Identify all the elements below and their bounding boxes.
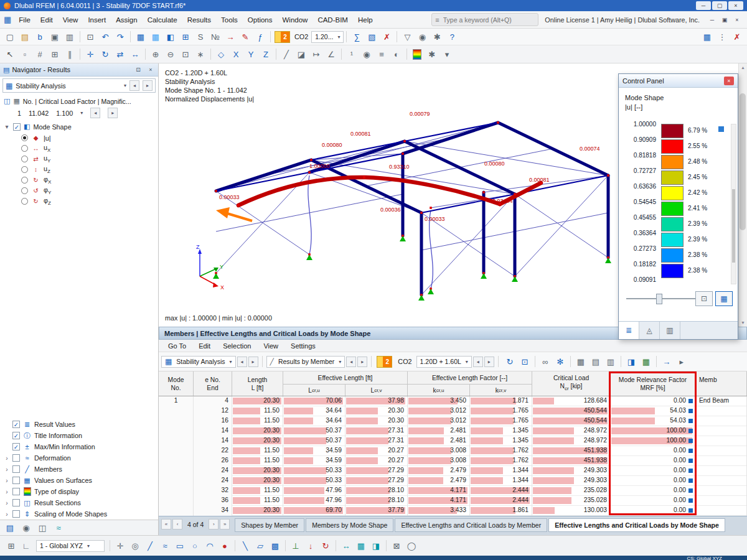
close-navigator-icon[interactable]: × bbox=[146, 65, 155, 74]
navigator-option-result-values[interactable]: ✓≣Result Values bbox=[0, 419, 158, 430]
edit-icon[interactable]: ✎ bbox=[238, 30, 252, 44]
radio-button[interactable] bbox=[21, 187, 28, 194]
header-mode-no[interactable]: ModeNo. bbox=[159, 371, 194, 396]
menu-cad-bim[interactable]: CAD-BIM bbox=[312, 14, 353, 26]
close-button[interactable]: × bbox=[728, 1, 743, 10]
redo-icon[interactable]: ↷ bbox=[113, 30, 127, 44]
open-model-icon[interactable]: ▤ bbox=[18, 30, 32, 44]
previous-result-button[interactable]: ◂ bbox=[346, 357, 356, 367]
radio-button[interactable] bbox=[21, 134, 28, 141]
previous-mode-button[interactable]: ◂ bbox=[90, 108, 100, 118]
mode-shape-tree-header[interactable]: ▾ ✓ ◧ Mode Shape bbox=[0, 121, 158, 133]
first-table-button[interactable]: « bbox=[161, 519, 171, 530]
panel-tab-display[interactable]: ▥ bbox=[660, 322, 680, 339]
close-panel-button[interactable]: × bbox=[724, 77, 734, 85]
display-settings-icon[interactable]: ✱ bbox=[425, 47, 439, 61]
table-tab-effective-lengths-and-critical-loads-by-member[interactable]: Effective Lengths and Critical Loads by … bbox=[395, 518, 547, 532]
expander-icon[interactable]: › bbox=[4, 511, 10, 518]
result-tables-icon[interactable]: ▦ bbox=[149, 30, 162, 44]
navigator-option-scaling-of-mode-shapes[interactable]: ›⇕Scaling of Mode Shapes bbox=[0, 508, 158, 520]
sync-window-icon[interactable]: ⊡ bbox=[518, 355, 532, 368]
export-excel-icon[interactable]: ▦ bbox=[639, 355, 653, 368]
layers-icon[interactable]: ≡ bbox=[375, 47, 388, 61]
functions-icon[interactable]: ƒ bbox=[253, 30, 267, 44]
line-tool-icon[interactable]: ╱ bbox=[143, 539, 157, 553]
checkbox[interactable]: ✓ bbox=[12, 443, 20, 450]
table-row[interactable]: 3211.5047.9628.104.1712.444235.0280.00 bbox=[159, 486, 747, 496]
rotate-icon[interactable]: ↻ bbox=[98, 47, 112, 61]
table-row[interactable]: 3420.3069.7037.793.4331.861130.0030.00 bbox=[159, 506, 747, 516]
mode-result-values-row[interactable]: 1 11.042 1.100 ▾ ◂ ▸ bbox=[0, 106, 158, 121]
menu-assign[interactable]: Assign bbox=[111, 14, 143, 26]
dock-panel-icon[interactable]: ◨ bbox=[624, 355, 638, 368]
undo-icon[interactable]: ↶ bbox=[98, 30, 112, 44]
dimension-icon[interactable]: ↦ bbox=[309, 47, 323, 61]
angle-icon[interactable]: ∠ bbox=[324, 47, 338, 61]
node-tool-icon[interactable]: ● bbox=[218, 539, 232, 553]
navigator-option-members[interactable]: ›╱Members bbox=[0, 464, 158, 475]
member-tool-icon[interactable]: ╲ bbox=[238, 539, 252, 553]
table-row[interactable]: 2611.5034.5920.273.0081.762451.9380.00 bbox=[159, 456, 747, 466]
previous-analysis-button[interactable]: ◂ bbox=[237, 357, 247, 367]
calculate-icon[interactable]: ∑ bbox=[350, 30, 364, 44]
app-menu-grid-icon[interactable]: ▦ bbox=[4, 15, 11, 24]
panels-icon[interactable]: ▦ bbox=[700, 30, 714, 44]
account-license-text[interactable]: Online License 1 | Amy Heilig | Dlubal S… bbox=[545, 16, 700, 24]
select-pointer-icon[interactable]: ↖ bbox=[3, 47, 17, 61]
radio-button[interactable] bbox=[21, 177, 28, 184]
mode-shape-component-4[interactable]: ↻φX bbox=[0, 175, 158, 185]
checkbox[interactable]: ✓ bbox=[12, 432, 20, 439]
next-result-button[interactable]: ▸ bbox=[357, 357, 367, 367]
camera-mini-icon[interactable]: ◫ bbox=[35, 521, 49, 534]
overflow-icon[interactable]: ▸ bbox=[675, 355, 688, 368]
coordinate-system-combo[interactable]: 1 - Global XYZ ▾ bbox=[36, 540, 105, 552]
radio-button[interactable] bbox=[21, 166, 28, 173]
delete-icon[interactable]: ⊠ bbox=[390, 539, 403, 553]
table-row[interactable]: 1611.5034.6420.303.0121.765450.54454.03 bbox=[159, 416, 747, 426]
find-value-icon[interactable]: ✻ bbox=[553, 355, 567, 368]
pin-icon[interactable]: ⊡ bbox=[134, 65, 143, 74]
last-table-button[interactable]: » bbox=[220, 519, 230, 530]
table-row[interactable]: 1420.3070.0637.983.4501.871128.6840.00En… bbox=[159, 396, 747, 406]
checkbox[interactable]: ✓ bbox=[12, 421, 20, 428]
checkbox[interactable] bbox=[12, 499, 20, 506]
ortho-icon[interactable]: ∟ bbox=[19, 539, 33, 553]
guidelines-icon[interactable]: ∥ bbox=[63, 47, 77, 61]
next-analysis-button[interactable]: ▸ bbox=[248, 357, 258, 367]
next-table-icon[interactable]: → bbox=[660, 355, 674, 368]
mode-shape-checkbox[interactable]: ✓ bbox=[13, 123, 21, 131]
snap-icon[interactable]: # bbox=[33, 47, 47, 61]
numbering-icon[interactable]: ¹ bbox=[345, 47, 359, 61]
view-z-icon[interactable]: Z bbox=[259, 47, 273, 61]
next-combination-button[interactable]: ▸ bbox=[484, 357, 494, 367]
mode-shape-component-5[interactable]: ↺φY bbox=[0, 185, 158, 196]
snap-grid-icon[interactable]: ⊞ bbox=[4, 539, 18, 553]
expander-icon[interactable]: › bbox=[4, 455, 10, 462]
table-view-icon[interactable]: ▦ bbox=[354, 539, 368, 553]
clipping-icon[interactable]: ◪ bbox=[294, 47, 308, 61]
escape-icon[interactable]: ◯ bbox=[405, 539, 418, 553]
previous-combination-button[interactable]: ◂ bbox=[473, 357, 483, 367]
surface-tool-icon[interactable]: ▱ bbox=[253, 539, 267, 553]
control-panel-titlebar[interactable]: Control Panel × bbox=[619, 74, 738, 88]
table-row[interactable]: 2420.3050.3327.292.4791.344249.3030.00 bbox=[159, 466, 747, 476]
maximize-button[interactable]: ▢ bbox=[712, 1, 727, 10]
grid-icon[interactable]: ⊞ bbox=[48, 47, 62, 61]
pan-icon[interactable]: ∗ bbox=[194, 47, 207, 61]
menu-window[interactable]: Window bbox=[277, 14, 312, 26]
scrollbar-thumb[interactable] bbox=[732, 189, 735, 263]
table-menu-edit[interactable]: Edit bbox=[193, 341, 216, 351]
header-kcru[interactable]: kcr,u bbox=[408, 385, 470, 396]
menu-edit[interactable]: Edit bbox=[35, 14, 58, 26]
print-icon[interactable]: ▥ bbox=[63, 30, 77, 44]
assign-icon[interactable]: → bbox=[223, 30, 237, 44]
document-restore-button[interactable]: ▣ bbox=[718, 14, 731, 25]
isometric-view-icon[interactable]: ◇ bbox=[214, 47, 228, 61]
next-analysis-button[interactable]: ▸ bbox=[143, 80, 153, 91]
object-snap-icon[interactable]: ◎ bbox=[128, 539, 142, 553]
table-tab-members-by-mode-shape[interactable]: Members by Mode Shape bbox=[306, 518, 393, 532]
radio-button[interactable] bbox=[21, 156, 28, 162]
table-menu-settings[interactable]: Settings bbox=[285, 341, 321, 351]
load-combination-combo[interactable]: 1.20...▾ bbox=[311, 31, 344, 43]
menu-view[interactable]: View bbox=[58, 14, 83, 26]
